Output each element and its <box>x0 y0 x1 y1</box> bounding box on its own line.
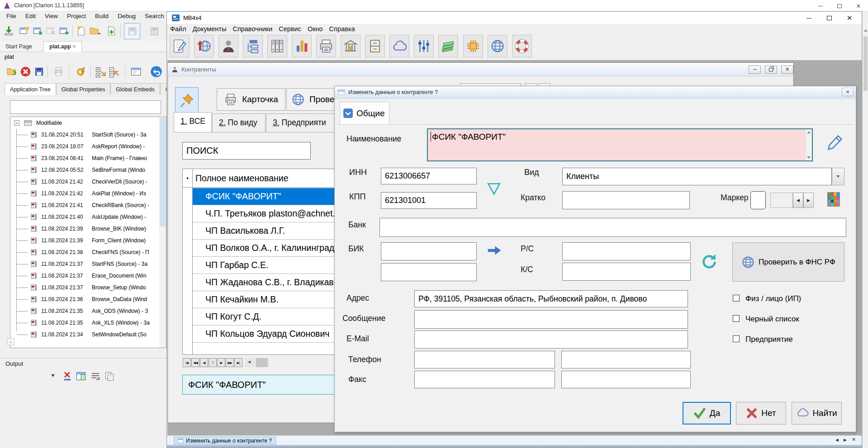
color-palette-icon[interactable] <box>827 192 840 207</box>
mb-minimize-button[interactable] <box>799 12 818 24</box>
tree-filter-input[interactable] <box>10 100 161 114</box>
pager-button[interactable]: ◀◀ <box>191 358 199 367</box>
application-tree[interactable]: Modifiable 31.08.2024 20:51 StartSoft (S… <box>10 117 166 348</box>
marker-input[interactable] <box>750 191 766 209</box>
tab-start-page[interactable]: Start Page <box>0 41 38 52</box>
tree-item[interactable]: 23.08.2024 08:41 Main (Frame) - Главно <box>10 152 166 164</box>
tree-item[interactable]: 12.08.2024 05:52 SetBrwFormat (Windo <box>10 164 166 176</box>
pager-button[interactable]: ? <box>209 358 217 367</box>
tab-scroll-right-icon[interactable]: ▶ <box>844 438 847 442</box>
name-scrollbar[interactable] <box>805 129 812 160</box>
yes-button[interactable]: Да <box>683 402 731 424</box>
scroll-thumb[interactable] <box>863 37 868 91</box>
toolbar-button-bank[interactable] <box>341 35 360 57</box>
tree-item[interactable]: 11.08.2024 21:40 AskUpdate (Window) - <box>10 211 166 223</box>
bik-input[interactable] <box>381 242 477 260</box>
marker-spin-right[interactable]: ▶ <box>803 193 814 208</box>
tree-item[interactable]: 31.08.2024 20:51 StartSoft (Source) - За <box>10 129 166 141</box>
tab-close-icon[interactable]: ✕ <box>852 437 856 443</box>
tree-item[interactable]: 11.08.2024 21:35 Ask_XLS (Window) - За <box>10 317 166 329</box>
clarion-maximize-button[interactable] <box>830 0 849 12</box>
email-input[interactable] <box>414 330 688 349</box>
clarion-menu-item[interactable]: Edit <box>25 13 36 19</box>
tab-close-icon[interactable]: × <box>72 43 76 50</box>
tab-plat-app[interactable]: plat.app × <box>43 41 82 52</box>
toolbar-button-cabinet[interactable] <box>365 35 385 57</box>
save-app-icon[interactable] <box>34 66 44 77</box>
export-window-icon[interactable] <box>46 26 56 36</box>
add-file-icon[interactable] <box>106 26 117 36</box>
hscroll-left-arrow[interactable]: ‹ <box>7 338 14 345</box>
clarion-menu-item[interactable]: View <box>45 13 58 19</box>
clarion-menu-item[interactable]: File <box>6 13 16 19</box>
tree-root-row[interactable]: Modifiable <box>10 117 166 129</box>
child-restore-button[interactable] <box>765 66 777 74</box>
mb-maximize-button[interactable] <box>820 12 839 24</box>
tree-item[interactable]: 11.08.2024 21:39 Form_Client (Window) <box>10 235 166 246</box>
name-field[interactable]: ФСИК "ФАВОРИТ" <box>427 128 813 161</box>
mb-menu-item[interactable]: Документы <box>193 25 227 33</box>
dialog-titlebar[interactable]: Изменить данные о контрагенте ? ✕ <box>335 86 856 99</box>
bik-name-input[interactable] <box>381 263 477 281</box>
generate-source-icon[interactable] <box>75 66 87 78</box>
search-input[interactable]: ПОИСК <box>182 142 311 160</box>
tree-item[interactable]: 11.08.2024 21:38 CheckFNS (Source) - П <box>10 246 166 258</box>
vid-combobox[interactable]: Клиенты <box>562 168 832 185</box>
generate-install-icon[interactable] <box>4 26 14 36</box>
clarion-titlebar[interactable]: Clarion [Clarion 11.1.13855] ✕ <box>0 0 868 11</box>
phone-input-2[interactable] <box>561 351 691 368</box>
save-all-icon[interactable] <box>149 26 160 37</box>
kratko-input[interactable] <box>562 191 690 209</box>
blacklist-checkbox[interactable] <box>733 315 740 322</box>
copy-output-icon[interactable] <box>104 371 115 382</box>
open-file-icon[interactable] <box>89 26 101 36</box>
child-close-button[interactable]: ✕ <box>781 66 793 74</box>
expand-tree-icon[interactable] <box>95 66 106 78</box>
child-minimize-button[interactable] <box>749 66 761 74</box>
clarion-menu-item[interactable]: Search <box>145 13 164 19</box>
mb-menu-item[interactable]: Окно <box>308 25 323 33</box>
tab-enterprises[interactable]: 3.Предприяти <box>266 113 343 132</box>
clarion-menu-item[interactable]: Project <box>67 13 86 19</box>
fax-input-1[interactable] <box>414 371 555 388</box>
tab-general[interactable]: Общие <box>340 102 389 124</box>
word-wrap-icon[interactable] <box>90 371 101 382</box>
tree-item[interactable]: 11.08.2024 21:37 StartFNS (Source) - За <box>10 258 166 270</box>
tree-item[interactable]: 11.08.2024 21:42 AskPlat (Window) - Из <box>10 188 166 199</box>
clarion-close-button[interactable]: ✕ <box>849 0 868 12</box>
hscroll-thumb[interactable] <box>256 358 268 367</box>
mb-menu-item[interactable]: Справка <box>329 25 355 33</box>
pager-button[interactable]: ◀ <box>200 358 208 367</box>
rs-input[interactable] <box>562 242 691 260</box>
pager-button[interactable]: ▶| <box>234 358 242 367</box>
pin-output-icon[interactable] <box>76 371 86 382</box>
address-input[interactable]: РФ, 391105, Рязанская область, Рыбновски… <box>414 290 688 307</box>
toolbar-button-money[interactable] <box>438 35 458 57</box>
clarion-menu-item[interactable]: Build <box>95 13 109 19</box>
print-icon-disabled[interactable] <box>53 66 64 77</box>
toolbar-button-print[interactable] <box>316 35 336 57</box>
mdi-tab-active[interactable]: Изменить данные о контрагенте ? <box>174 437 276 444</box>
add-window-icon[interactable] <box>59 26 69 36</box>
toolbar-button-reports[interactable] <box>292 35 312 57</box>
phone-input-1[interactable] <box>414 351 555 368</box>
card-button[interactable]: Карточка <box>217 88 285 111</box>
import-folder-icon[interactable] <box>6 66 18 77</box>
output-dropdown[interactable] <box>47 371 59 381</box>
tree-item[interactable]: 11.08.2024 21:37 Browse_Setup (Windo <box>10 282 166 293</box>
hscroll-arrow-icon[interactable]: ◀ <box>248 360 251 364</box>
tree-item[interactable]: 11.08.2024 21:36 Browse_DaData (Wind <box>10 293 166 305</box>
message-input[interactable] <box>414 310 688 329</box>
tree-item[interactable]: 11.08.2024 21:37 Erase_Document (Win <box>10 270 166 282</box>
scroll-up-icon[interactable] <box>864 29 868 32</box>
toolbar-button-web[interactable] <box>488 35 508 57</box>
list-hscrollbar[interactable]: ◀ <box>245 358 269 367</box>
toolbar-button-edit-document[interactable] <box>170 35 190 57</box>
kpp-input[interactable]: 621301001 <box>381 192 477 209</box>
pager-button[interactable]: |◀ <box>183 358 191 367</box>
tab-by-type[interactable]: 2.По виду <box>212 113 266 132</box>
undo-icon[interactable] <box>150 66 162 78</box>
new-file-icon[interactable] <box>76 26 86 36</box>
tree-item[interactable]: 11.08.2024 21:34 SetWindowDefault (So <box>10 329 166 340</box>
mb-close-button[interactable]: ✕ <box>840 12 859 24</box>
